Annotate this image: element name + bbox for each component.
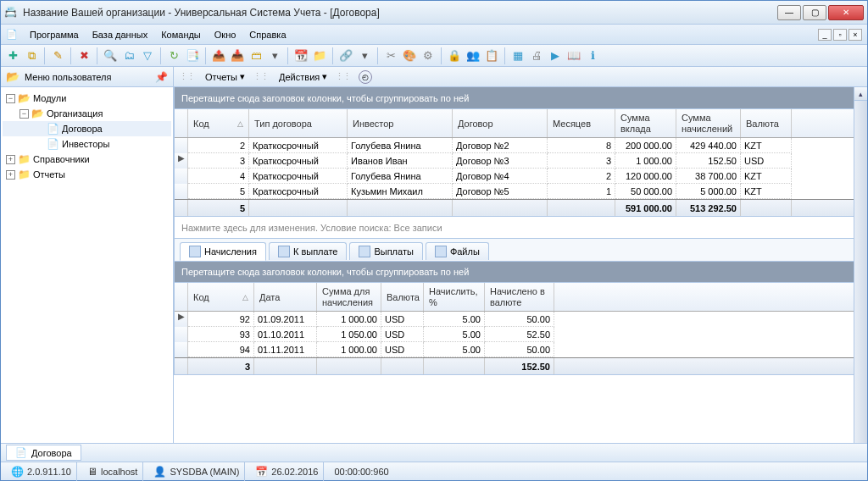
table-row[interactable]: 4КраткосрочныйГолубева ЯнинаДоговор №421… <box>175 169 854 184</box>
accruals-grid[interactable]: Код△ Дата Сумма для начисления Валюта На… <box>174 283 854 375</box>
grid-footer: 5 591 000.00 513 292.50 <box>175 199 854 216</box>
pin-icon[interactable]: 📌 <box>155 71 168 83</box>
tab-to-pay[interactable]: К выплате <box>269 242 348 260</box>
reports-label: Отчеты <box>205 72 237 82</box>
col-type[interactable]: Тип договора <box>249 109 348 137</box>
dropdown-icon[interactable]: ▾ <box>266 47 283 64</box>
users-icon[interactable]: 👥 <box>465 47 481 64</box>
print-icon[interactable]: 🖨 <box>528 47 545 64</box>
sidebar-tree[interactable]: − 📂 Модули − 📂 Организация 📄 Договора 📄 … <box>1 87 174 463</box>
collapse-icon[interactable]: − <box>6 94 15 103</box>
cell-type: Краткосрочный <box>249 184 348 199</box>
col-accrual[interactable]: Сумма начислений <box>676 109 741 137</box>
reports-dropdown[interactable]: Отчеты▾ <box>199 69 251 85</box>
menu-help[interactable]: Справка <box>242 28 292 41</box>
lock-icon[interactable]: 🔒 <box>446 47 463 64</box>
link-icon[interactable]: 🔗 <box>337 47 354 64</box>
col-date[interactable]: Дата <box>254 283 317 311</box>
group-by-bar-top[interactable]: Перетащите сюда заголовок колонки, чтобы… <box>174 87 854 109</box>
menu-window[interactable]: Окно <box>208 28 243 41</box>
tree-node-organization[interactable]: − 📂 Организация <box>3 106 171 121</box>
search-icon[interactable]: 🔍 <box>102 47 119 64</box>
dropdown2-icon[interactable]: ▾ <box>356 47 373 64</box>
tree-node-reports[interactable]: + 📁 Отчеты <box>3 167 171 182</box>
cell-pct: 5.00 <box>424 312 485 327</box>
grid-icon[interactable]: ▦ <box>509 47 526 64</box>
mdi-minimize-button[interactable]: _ <box>818 29 832 41</box>
filter-icon[interactable]: ▽ <box>139 47 156 64</box>
play-icon[interactable]: ▶ <box>547 47 564 64</box>
col-contract[interactable]: Договор <box>453 109 548 137</box>
table-row[interactable]: ▶9201.09.20111 000.00USD5.0050.00 <box>175 312 854 327</box>
folder-icon[interactable]: 📁 <box>311 47 328 64</box>
gear-icon[interactable]: ⚙ <box>420 47 437 64</box>
tab-accruals[interactable]: Начисления <box>180 242 266 261</box>
table-row[interactable]: 9301.10.20111 050.00USD5.0052.50 <box>175 327 854 342</box>
contracts-grid[interactable]: Код△ Тип договора Инвестор Договор Месяц… <box>174 109 854 217</box>
export-icon[interactable]: 📤 <box>210 47 227 64</box>
col-investor[interactable]: Инвестор <box>348 109 453 137</box>
refresh-icon[interactable]: ↻ <box>165 47 182 64</box>
col-pct[interactable]: Начислить, % <box>424 283 485 311</box>
group-by-bar-bottom[interactable]: Перетащите сюда заголовок колонки, чтобы… <box>174 261 854 283</box>
col-currency[interactable]: Валюта <box>741 109 792 137</box>
table-row[interactable]: ▶3КраткосрочныйИванов ИванДоговор №331 0… <box>175 153 854 169</box>
table-row[interactable]: 5КраткосрочныйКузьмин МихаилДоговор №515… <box>175 184 854 199</box>
scroll-up-icon[interactable]: ▴ <box>854 87 867 101</box>
clock-icon[interactable]: ◴ <box>359 70 372 84</box>
grip-icon: ⋮⋮ <box>179 71 194 82</box>
collapse-icon[interactable]: − <box>19 109 29 119</box>
menu-db[interactable]: База данных <box>86 28 155 41</box>
filter-all-icon[interactable]: 🗂 <box>120 47 137 64</box>
mdi-restore-button[interactable]: ▫ <box>833 29 847 41</box>
book-icon[interactable]: 📖 <box>565 47 582 64</box>
mdi-close-button[interactable]: × <box>849 29 862 41</box>
row-indicator-header <box>175 109 188 137</box>
minimize-button[interactable]: — <box>777 5 801 20</box>
edit-icon[interactable]: ✎ <box>49 47 66 64</box>
delete-icon[interactable]: ✖ <box>75 47 92 64</box>
table-row[interactable]: 2КраткосрочныйГолубева ЯнинаДоговор №282… <box>175 138 854 153</box>
tab-payments[interactable]: Выплаты <box>349 242 422 260</box>
col-result[interactable]: Начислено в валюте <box>485 283 554 311</box>
first-icon[interactable]: 📑 <box>184 47 201 64</box>
add-icon[interactable]: ✚ <box>4 47 21 64</box>
tab-files[interactable]: Файлы <box>426 242 489 260</box>
col-code[interactable]: Код△ <box>188 109 249 137</box>
menu-program[interactable]: Программа <box>23 28 86 41</box>
tree-node-modules[interactable]: − 📂 Модули <box>3 91 171 106</box>
calendar-icon[interactable]: 📆 <box>292 47 309 64</box>
menu-commands[interactable]: Команды <box>154 28 208 41</box>
tab-icon <box>278 246 290 257</box>
mass-action-icon[interactable]: 🗃 <box>248 47 264 64</box>
palette-icon[interactable]: 🎨 <box>401 47 418 64</box>
tree-node-contracts[interactable]: 📄 Договора <box>3 121 171 136</box>
cell-result: 50.00 <box>485 342 554 357</box>
status-host: localhost <box>101 467 137 477</box>
actions-dropdown[interactable]: Действия▾ <box>273 69 333 85</box>
table-row[interactable]: 9401.11.20111 000.00USD5.0050.00 <box>175 342 854 357</box>
close-button[interactable]: ✕ <box>828 5 864 20</box>
expand-icon[interactable]: + <box>6 170 15 180</box>
report-icon[interactable]: 📋 <box>483 47 500 64</box>
cell-code: 93 <box>188 327 254 342</box>
col-deposit[interactable]: Сумма вклада <box>615 109 676 137</box>
cell-accrual: 152.50 <box>676 153 741 169</box>
row-indicator <box>175 169 188 184</box>
info-icon[interactable]: ℹ <box>584 47 601 64</box>
import-icon[interactable]: 📥 <box>229 47 246 64</box>
copy-icon[interactable]: ⧉ <box>23 47 40 64</box>
vertical-scrollbar[interactable]: ▴ ▾ <box>854 87 867 463</box>
tree-node-investors[interactable]: 📄 Инвесторы <box>3 136 171 152</box>
search-filter-bar[interactable]: Нажмите здесь для изменения. Условие пои… <box>174 217 854 239</box>
expand-icon[interactable]: + <box>6 155 15 164</box>
col-currency[interactable]: Валюта <box>381 283 424 311</box>
col-code[interactable]: Код△ <box>188 283 254 311</box>
col-sum[interactable]: Сумма для начисления <box>317 283 381 311</box>
document-tab[interactable]: 📄 Договора <box>6 445 81 461</box>
col-months[interactable]: Месяцев <box>548 109 615 137</box>
tree-node-refs[interactable]: + 📁 Справочники <box>3 152 171 167</box>
tools-icon[interactable]: ✂ <box>382 47 399 64</box>
maximize-button[interactable]: ▢ <box>803 5 826 20</box>
cell-date: 01.10.2011 <box>254 327 317 342</box>
